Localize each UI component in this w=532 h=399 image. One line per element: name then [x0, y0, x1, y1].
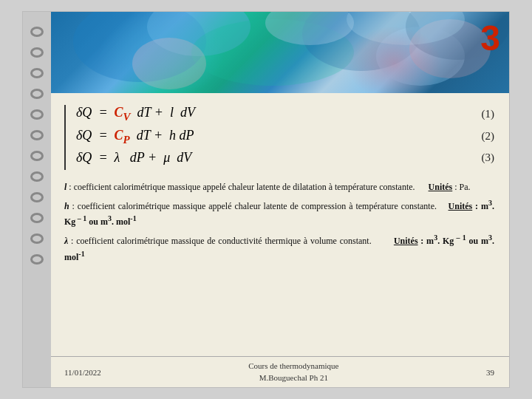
- slide-number: 3: [480, 18, 500, 58]
- ring-2: [30, 47, 44, 58]
- h-label: h: [64, 201, 69, 211]
- footer-page: 39: [486, 368, 494, 377]
- dv-3: dV: [177, 150, 191, 165]
- ring-4: [30, 89, 44, 99]
- ring-1: [30, 27, 44, 37]
- dt-2: dT: [137, 128, 151, 143]
- mu-symbol: μ: [163, 150, 170, 165]
- l-symbol: l: [170, 105, 174, 120]
- l-text: : coefficient calorimétrique massique ap…: [66, 182, 415, 192]
- ring-5: [30, 109, 44, 120]
- eq-number-2: (2): [482, 130, 495, 143]
- delta-q-2: δQ: [76, 128, 92, 143]
- l-units: : Pa.: [452, 182, 470, 192]
- spiral-binding: [23, 12, 51, 387]
- lambda-description: λ : coefficient calorimétrique massique …: [64, 232, 494, 264]
- equation-row-2: δQ = CP dT + h dP (2): [76, 128, 494, 146]
- svg-point-5: [132, 38, 206, 89]
- h-sup4: -1: [130, 214, 136, 222]
- footer: 11/01/2022 Cours de thermodynamique M.Bo…: [51, 356, 509, 387]
- h-symbol: h: [169, 128, 176, 143]
- lambda-symbol: λ: [115, 150, 120, 165]
- equation-formula-1: δQ = CV dT + l dV: [76, 105, 195, 123]
- header-image: 3: [51, 12, 509, 93]
- ring-9: [30, 192, 44, 202]
- delta-q-1: δQ: [76, 105, 92, 120]
- lambda-sup2: – 1: [454, 233, 466, 242]
- ring-7: [30, 151, 44, 161]
- equation-formula-2: δQ = CP dT + h dP: [76, 128, 194, 146]
- course-line1: Cours de thermodynamique: [248, 361, 338, 372]
- ring-10: [30, 213, 44, 223]
- ring-12: [30, 254, 44, 265]
- delta-q-3: δQ: [76, 150, 92, 165]
- lambda-sup1: 3: [434, 233, 437, 242]
- h-sup2: – 1: [75, 214, 86, 222]
- dp-2: dP: [180, 128, 194, 143]
- h-text: : coefficient calorimétrique massique ap…: [69, 201, 437, 211]
- eq-number-1: (1): [482, 108, 495, 120]
- ring-8: [30, 171, 44, 182]
- dp-3: dP: [130, 150, 145, 165]
- equation-formula-3: δQ = λ dP + μ dV: [76, 150, 191, 166]
- equation-row-1: δQ = CV dT + l dV (1): [76, 105, 494, 123]
- cp-symbol: CP: [115, 128, 130, 143]
- ring-11: [30, 233, 44, 244]
- l-description: l : coefficient calorimétrique massique …: [64, 180, 494, 194]
- lambda-sup4: -1: [78, 250, 84, 258]
- h-description: h : coefficient calorimétrique massique …: [64, 197, 494, 229]
- ring-6: [30, 130, 44, 140]
- h-sup3: 3: [108, 214, 112, 222]
- ring-3: [30, 68, 44, 78]
- lambda-text: : coefficient calorimétrique massique de…: [68, 236, 371, 246]
- lambda-units-label: Unités: [394, 236, 418, 246]
- equation-row-3: δQ = λ dP + μ dV (3): [76, 150, 494, 166]
- cv-symbol: CV: [115, 105, 131, 120]
- content-area: δQ = CV dT + l dV (1) δQ = CP dT + h: [51, 93, 509, 356]
- course-line2: M.Bouguechal Ph 21: [248, 372, 338, 383]
- description-text: l : coefficient calorimétrique massique …: [64, 180, 494, 264]
- fractal-decoration: [51, 12, 509, 93]
- dv-1: dV: [180, 105, 195, 120]
- slide: 3 δQ = CV dT +: [22, 11, 510, 388]
- lambda-sup3: 3: [488, 233, 492, 242]
- equations-block: δQ = CV dT + l dV (1) δQ = CP dT + h: [64, 105, 494, 170]
- footer-date: 11/01/2022: [64, 368, 101, 377]
- l-units-label: Unités: [429, 182, 453, 192]
- dt-1: dT: [137, 105, 151, 120]
- h-sup1: 3: [488, 199, 492, 207]
- h-units-label: Unités: [449, 201, 473, 211]
- eq-number-3: (3): [482, 151, 495, 164]
- footer-course: Cours de thermodynamique M.Bouguechal Ph…: [248, 361, 338, 383]
